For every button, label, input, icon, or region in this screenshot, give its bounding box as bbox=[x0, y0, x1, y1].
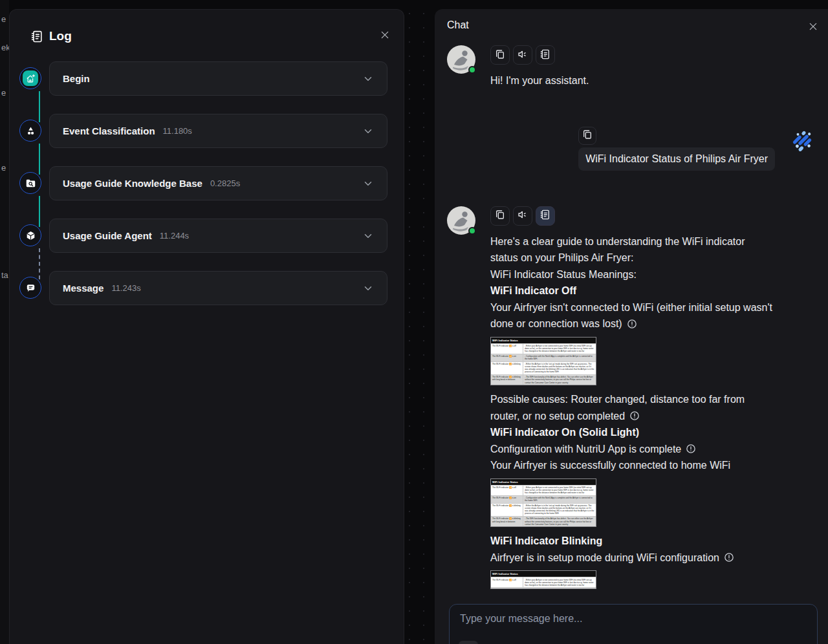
log-step-label: Message bbox=[63, 283, 104, 294]
log-button[interactable] bbox=[536, 45, 555, 65]
app-root: eekeeta Log BeginEvent Classification11.… bbox=[0, 0, 828, 644]
log-step: Message11.243s bbox=[19, 271, 387, 305]
log-close-button[interactable] bbox=[378, 28, 392, 42]
speaker-button[interactable] bbox=[513, 45, 532, 65]
chevron-down-icon bbox=[362, 73, 374, 85]
timeline-connector bbox=[39, 91, 40, 122]
copy-icon bbox=[495, 209, 505, 222]
background-text-fragment: e bbox=[1, 88, 6, 98]
thumbnail-table-cell: - Configuration with the NutriU App is c… bbox=[523, 588, 596, 589]
chevron-down-icon bbox=[362, 283, 374, 294]
thumbnail-table-cell: - Either the Airfryer is in the 'set-up'… bbox=[523, 362, 596, 374]
user-message-block: WiFi Indicator Status of Philips Air Fry… bbox=[578, 127, 775, 171]
chat-input-container bbox=[449, 604, 818, 644]
thumbnail-table-cell: - The WiFi functionality of the Airfryer… bbox=[523, 517, 596, 526]
speaker-button[interactable] bbox=[513, 206, 532, 226]
log-step-duration: 11.180s bbox=[163, 126, 192, 136]
log-drawer: Log BeginEvent Classification11.180sUsag… bbox=[9, 9, 404, 644]
reference-image-thumbnail[interactable]: WiFi Indicator StatusThe Wi-Fi indicator… bbox=[490, 478, 596, 528]
log-header: Log bbox=[10, 10, 404, 43]
log-step-node bbox=[19, 277, 41, 299]
log-step-node bbox=[19, 120, 41, 142]
copy-icon bbox=[495, 49, 505, 61]
input-attachment-button[interactable] bbox=[459, 641, 478, 644]
shapes-icon bbox=[25, 125, 36, 136]
log-step-card[interactable]: Begin bbox=[49, 61, 387, 96]
thumbnail-table-row: The Wi-Fi indicator 📶 is on- Configurati… bbox=[491, 495, 596, 503]
message-heading: WiFi Indicator On (Solid Light) bbox=[490, 424, 775, 441]
reference-image-thumbnail[interactable]: WiFi Indicator StatusThe Wi-Fi indicator… bbox=[490, 570, 596, 589]
info-icon bbox=[724, 552, 734, 563]
thumbnail-table-cell: The Wi-Fi indicator 📶 is off bbox=[491, 344, 523, 354]
message-text: Here's a clear guide to understanding th… bbox=[490, 233, 775, 266]
log-step-card[interactable]: Usage Guide Knowledge Base0.2825s bbox=[49, 166, 387, 200]
message-text: Your Airfryer is successfully connected … bbox=[490, 457, 775, 474]
log-step-node bbox=[19, 172, 41, 194]
message-heading: WiFi Indicator Off bbox=[490, 283, 775, 299]
chat-panel: Chat Hi! I'm your assistant.WiFi Indicat… bbox=[435, 9, 828, 644]
thumbnail-table-cell: The Wi-Fi indicator 📶 is on bbox=[491, 354, 523, 361]
log-step-duration: 11.244s bbox=[160, 231, 189, 241]
copy-icon bbox=[582, 129, 593, 142]
thumbnail-table-cell: The Wi-Fi indicator 📶 is on bbox=[491, 588, 523, 589]
thumbnail-table-cell: The Wi-Fi indicator 📶 is blinking bbox=[491, 504, 523, 516]
thumbnail-table-row: The Wi-Fi indicator 📶 is on- Configurati… bbox=[491, 354, 596, 361]
timeline-connector bbox=[39, 196, 40, 227]
user-message-bubble: WiFi Indicator Status of Philips Air Fry… bbox=[578, 147, 775, 171]
thumbnail-table-title: WiFi Indicator Status bbox=[491, 571, 596, 577]
thumbnail-table-title: WiFi Indicator Status bbox=[491, 479, 596, 485]
log-step-label: Usage Guide Agent bbox=[63, 230, 152, 241]
log-step-label: Event Classification bbox=[63, 125, 155, 136]
log-icon bbox=[31, 30, 43, 43]
log-step-label: Begin bbox=[63, 73, 90, 84]
message-text: Hi! I'm your assistant. bbox=[490, 72, 589, 89]
reference-image-thumbnail[interactable]: WiFi Indicator StatusThe Wi-Fi indicator… bbox=[490, 337, 596, 386]
log-step-card[interactable]: Usage Guide Agent11.244s bbox=[49, 219, 387, 253]
message-text: Configuration with NutriU App is complet… bbox=[490, 441, 775, 458]
thumbnail-table-row: The Wi-Fi indicator 📶 is blinking with l… bbox=[491, 516, 596, 526]
thumbnail-table-cell: The Wi-Fi indicator 📶 is blinking bbox=[491, 362, 523, 374]
copy-button[interactable] bbox=[578, 127, 596, 145]
info-icon bbox=[627, 319, 637, 329]
background-text-fragment: e bbox=[1, 163, 6, 173]
log-step-duration: 0.2825s bbox=[210, 178, 240, 188]
thumbnail-table-row: The Wi-Fi indicator 📶 is off- Either you… bbox=[491, 343, 596, 354]
timeline-connector bbox=[39, 144, 40, 175]
chevron-down-icon bbox=[362, 125, 374, 137]
info-icon bbox=[686, 444, 696, 454]
chevron-down-icon bbox=[362, 178, 374, 189]
background-text-fragment: e bbox=[1, 14, 6, 24]
online-status-dot bbox=[468, 227, 476, 235]
thumbnail-table-cell: The Wi-Fi indicator 📶 is off bbox=[491, 577, 523, 587]
thumbnail-table-cell: The Wi-Fi indicator 📶 is off bbox=[491, 486, 523, 495]
assistant-message: Here's a clear guide to understanding th… bbox=[447, 206, 818, 590]
background-text-fragment: ek bbox=[1, 43, 9, 52]
copy-button[interactable] bbox=[490, 45, 510, 65]
thumbnail-table-cell: - Either your Airfryer is not connected … bbox=[523, 344, 596, 354]
online-status-dot bbox=[468, 66, 476, 74]
chat-header: Chat bbox=[435, 9, 828, 38]
log-button[interactable] bbox=[536, 206, 555, 226]
message-toolbar bbox=[490, 45, 589, 65]
message-heading: WiFi Indicator Blinking bbox=[490, 533, 775, 550]
chevron-down-icon bbox=[362, 230, 374, 242]
user-message: WiFi Indicator Status of Philips Air Fry… bbox=[447, 127, 818, 171]
log-step-duration: 11.243s bbox=[111, 283, 140, 293]
chat-close-button[interactable] bbox=[806, 19, 820, 34]
thumbnail-table-cell: The Wi-Fi indicator 📶 is on bbox=[491, 496, 523, 503]
log-step-card[interactable]: Message11.243s bbox=[49, 271, 387, 305]
log-icon bbox=[540, 49, 550, 61]
thumbnail-table-cell: - The WiFi functionality of the Airfryer… bbox=[523, 375, 596, 385]
log-panel-title: Log bbox=[49, 29, 72, 43]
log-step-card[interactable]: Event Classification11.180s bbox=[49, 114, 387, 148]
speaker-icon bbox=[518, 209, 528, 222]
background-text-fragment: ta bbox=[1, 270, 8, 280]
thumbnail-table-row: The Wi-Fi indicator 📶 is blinking- Eithe… bbox=[491, 361, 596, 374]
message-toolbar bbox=[490, 206, 775, 226]
chat-message-input[interactable] bbox=[450, 605, 817, 644]
log-step-label: Usage Guide Knowledge Base bbox=[63, 178, 202, 189]
background-sidebar-fragments: eekeeta bbox=[0, 0, 9, 644]
copy-button[interactable] bbox=[490, 206, 510, 226]
chat-message-list: Hi! I'm your assistant.WiFi Indicator St… bbox=[435, 38, 828, 644]
message-text: WiFi Indicator Status Meanings: bbox=[490, 266, 775, 283]
